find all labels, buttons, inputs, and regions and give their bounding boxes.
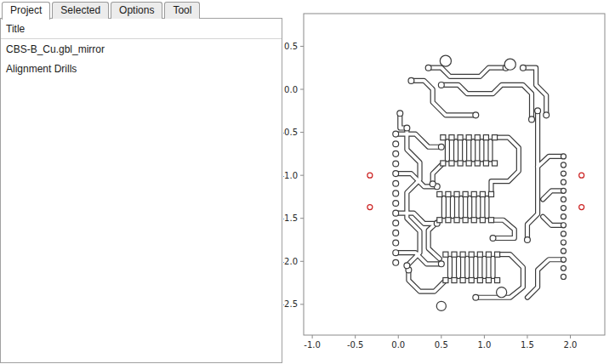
- svg-text:0.0: 0.0: [391, 340, 405, 350]
- svg-text:0.5: 0.5: [435, 340, 448, 350]
- project-panel: Project Selected Options Tool Title CBS-…: [0, 0, 283, 364]
- svg-text:0.0: 0.0: [284, 85, 298, 94]
- project-list: Title CBS-B_Cu.gbl_mirror Alignment Dril…: [0, 18, 282, 363]
- pcb-plot-canvas[interactable]: -1.0-0.50.00.51.01.52.00.50.0-0.5-1.0-1.…: [283, 0, 615, 364]
- svg-text:-0.5: -0.5: [283, 128, 298, 137]
- svg-text:-1.5: -1.5: [283, 213, 298, 223]
- tab-selected[interactable]: Selected: [52, 2, 109, 19]
- plot-panel: -1.0-0.50.00.51.01.52.00.50.0-0.5-1.0-1.…: [283, 0, 615, 364]
- svg-text:1.5: 1.5: [521, 340, 534, 350]
- list-header-title[interactable]: Title: [1, 19, 282, 39]
- tab-bar: Project Selected Options Tool: [0, 0, 283, 19]
- tab-options[interactable]: Options: [111, 2, 162, 19]
- svg-text:-1.0: -1.0: [283, 171, 298, 180]
- svg-text:-2.5: -2.5: [283, 299, 298, 309]
- flatcam-window: Project Selected Options Tool Title CBS-…: [0, 0, 615, 364]
- svg-text:-0.5: -0.5: [347, 340, 364, 350]
- svg-text:2.0: 2.0: [564, 340, 578, 350]
- list-item-drills[interactable]: Alignment Drills: [1, 59, 282, 78]
- svg-text:1.0: 1.0: [477, 340, 491, 350]
- tab-tool[interactable]: Tool: [164, 2, 200, 19]
- svg-text:-2.0: -2.0: [283, 257, 298, 266]
- svg-text:-1.0: -1.0: [304, 340, 321, 350]
- list-item-gerber[interactable]: CBS-B_Cu.gbl_mirror: [1, 39, 282, 59]
- svg-text:0.5: 0.5: [284, 42, 298, 51]
- tab-project[interactable]: Project: [2, 2, 50, 20]
